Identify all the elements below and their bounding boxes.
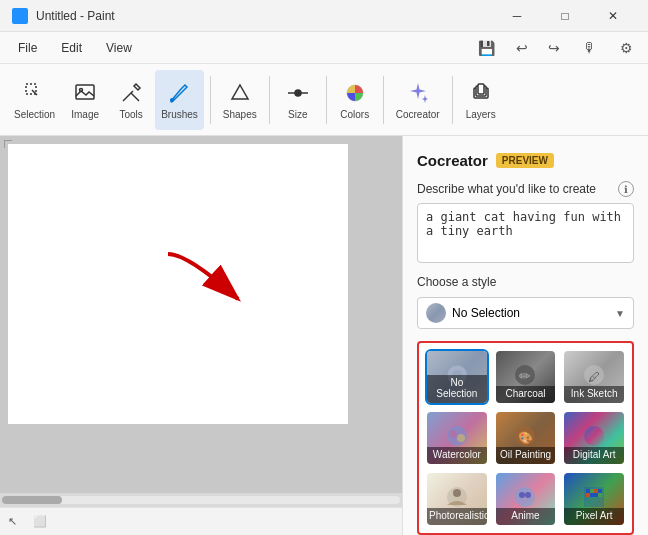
title-bar: Untitled - Paint ─ □ ✕	[0, 0, 648, 32]
layers-icon	[467, 79, 495, 107]
canvas-wrapper: ↖ ⬜	[0, 136, 402, 535]
menu-view[interactable]: View	[96, 37, 142, 59]
shapes-label: Shapes	[223, 109, 257, 120]
svg-rect-2	[76, 85, 94, 99]
style-card-photorealistic[interactable]: Photorealistic	[425, 471, 489, 527]
style-card-anime[interactable]: Anime	[494, 471, 558, 527]
svg-line-5	[131, 93, 139, 101]
style-dropdown[interactable]: No Selection ▼	[417, 297, 634, 329]
prompt-textarea[interactable]	[417, 203, 634, 263]
svg-point-30	[519, 492, 525, 498]
toolbar: Selection Image Tools Brus	[0, 64, 648, 136]
tool-shapes[interactable]: Shapes	[217, 70, 263, 130]
style-card-label-no-selection: No Selection	[427, 375, 487, 403]
panel-header: Cocreator PREVIEW	[417, 152, 634, 169]
info-icon[interactable]: ℹ	[618, 181, 634, 197]
shapes-icon	[226, 79, 254, 107]
tool-image[interactable]: Image	[63, 70, 107, 130]
style-card-label-pixel-art: Pixel Art	[564, 508, 624, 525]
style-card-label-anime: Anime	[496, 508, 556, 525]
svg-point-26	[584, 426, 604, 446]
tool-brushes[interactable]: Brushes	[155, 70, 204, 130]
svg-rect-36	[598, 489, 602, 493]
colors-icon	[341, 79, 369, 107]
style-card-ink-sketch[interactable]: 🖊Ink Sketch	[562, 349, 626, 405]
menu-right-controls: 💾 ↩ ↪ 🎙 ⚙	[472, 34, 640, 62]
cocreator-icon	[404, 79, 432, 107]
svg-rect-37	[586, 493, 590, 497]
menu-bar: File Edit View 💾 ↩ ↪ 🎙 ⚙	[0, 32, 648, 64]
menu-file[interactable]: File	[8, 37, 47, 59]
brushes-icon	[165, 79, 193, 107]
close-button[interactable]: ✕	[590, 0, 636, 32]
style-grid-container: No Selection✏Charcoal🖊Ink SketchWatercol…	[417, 341, 634, 535]
canvas-scroll-area[interactable]	[0, 136, 402, 493]
tools-label: Tools	[119, 109, 142, 120]
cursor-icon: ↖	[8, 515, 17, 528]
svg-rect-35	[594, 489, 598, 493]
preview-badge: PREVIEW	[496, 153, 554, 168]
save-button[interactable]: 💾	[472, 34, 500, 62]
cocreator-label: Cocreator	[396, 109, 440, 120]
app-icon	[12, 8, 28, 24]
redo-button[interactable]: ↪	[540, 34, 568, 62]
brushes-label: Brushes	[161, 109, 198, 120]
settings-button[interactable]: ⚙	[612, 34, 640, 62]
tool-colors[interactable]: Colors	[333, 70, 377, 130]
style-card-label-charcoal: Charcoal	[496, 386, 556, 403]
horizontal-scrollbar[interactable]	[0, 493, 402, 507]
svg-marker-7	[232, 85, 248, 99]
image-icon	[71, 79, 99, 107]
window-controls: ─ □ ✕	[494, 0, 636, 32]
undo-redo-group: ↩ ↪	[508, 34, 568, 62]
style-card-pixel-art[interactable]: Pixel Art	[562, 471, 626, 527]
tools-icon	[117, 79, 145, 107]
chevron-down-icon: ▼	[615, 308, 625, 319]
minimize-button[interactable]: ─	[494, 0, 540, 32]
undo-button[interactable]: ↩	[508, 34, 536, 62]
selection-tool-status: ⬜	[33, 515, 47, 528]
cursor-tool-status: ↖	[8, 515, 17, 528]
dropdown-value: No Selection	[452, 306, 520, 320]
describe-label-text: Describe what you'd like to create	[417, 182, 596, 196]
toolbar-divider-2	[269, 76, 270, 124]
svg-rect-39	[594, 493, 598, 497]
style-card-oil-painting[interactable]: 🎨Oil Painting	[494, 410, 558, 466]
tool-selection[interactable]: Selection	[8, 70, 61, 130]
image-label: Image	[71, 109, 99, 120]
svg-text:✏: ✏	[519, 368, 531, 384]
toolbar-divider-4	[383, 76, 384, 124]
status-bar: ↖ ⬜	[0, 507, 402, 535]
svg-rect-13	[478, 84, 484, 94]
maximize-button[interactable]: □	[542, 0, 588, 32]
style-card-digital-art[interactable]: Digital Art	[562, 410, 626, 466]
main-area: ↖ ⬜ Cocreator PREVIEW Describe what you'…	[0, 136, 648, 535]
tool-layers[interactable]: Layers	[459, 70, 503, 130]
menu-edit[interactable]: Edit	[51, 37, 92, 59]
selection-status-icon: ⬜	[33, 515, 47, 528]
mic-button[interactable]: 🎙	[576, 34, 604, 62]
svg-rect-33	[586, 489, 590, 493]
style-card-no-selection[interactable]: No Selection	[425, 349, 489, 405]
style-card-charcoal[interactable]: ✏Charcoal	[494, 349, 558, 405]
tool-cocreator[interactable]: Cocreator	[390, 70, 446, 130]
svg-point-22	[449, 430, 457, 438]
style-card-watercolor[interactable]: Watercolor	[425, 410, 489, 466]
svg-rect-38	[590, 493, 594, 497]
style-card-label-oil-painting: Oil Painting	[496, 447, 556, 464]
style-grid: No Selection✏Charcoal🖊Ink SketchWatercol…	[425, 349, 626, 527]
tool-size[interactable]: Size	[276, 70, 320, 130]
toolbar-divider-3	[326, 76, 327, 124]
svg-point-6	[170, 98, 174, 102]
cocreator-panel: Cocreator PREVIEW Describe what you'd li…	[402, 136, 648, 535]
svg-rect-34	[590, 489, 594, 493]
svg-point-23	[457, 434, 465, 442]
window-title: Untitled - Paint	[36, 9, 494, 23]
tool-tools[interactable]: Tools	[109, 70, 153, 130]
svg-point-28	[453, 489, 461, 497]
svg-point-9	[295, 90, 301, 96]
describe-section-label: Describe what you'd like to create ℹ	[417, 181, 634, 197]
scrollbar-thumb[interactable]	[2, 496, 62, 504]
canvas[interactable]	[8, 144, 348, 424]
svg-point-31	[525, 492, 531, 498]
